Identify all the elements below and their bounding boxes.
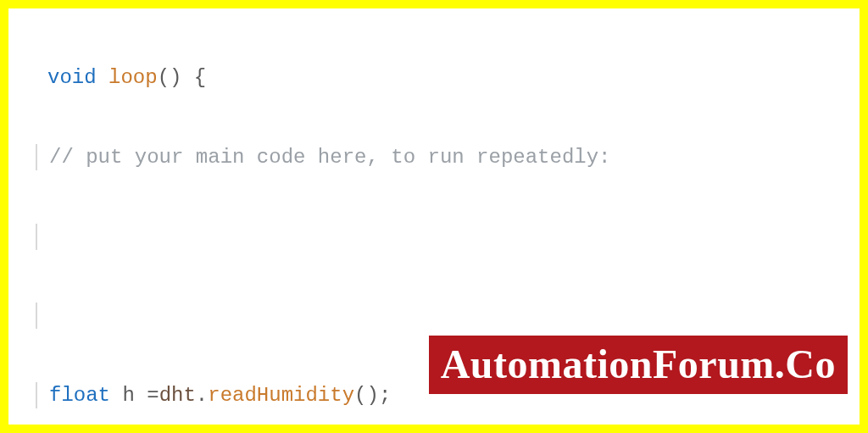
watermark-banner: AutomationForum.Co — [429, 336, 848, 394]
code-line-1: void loop() { — [47, 64, 206, 91]
code-line-4 — [49, 303, 61, 329]
code-line-2: // put your main code here, to run repea… — [49, 144, 611, 170]
code-line-3 — [49, 224, 61, 250]
code-frame: void loop() { // put your main code here… — [0, 0, 868, 433]
code-line-5: float h =dht.readHumidity(); — [49, 382, 391, 408]
